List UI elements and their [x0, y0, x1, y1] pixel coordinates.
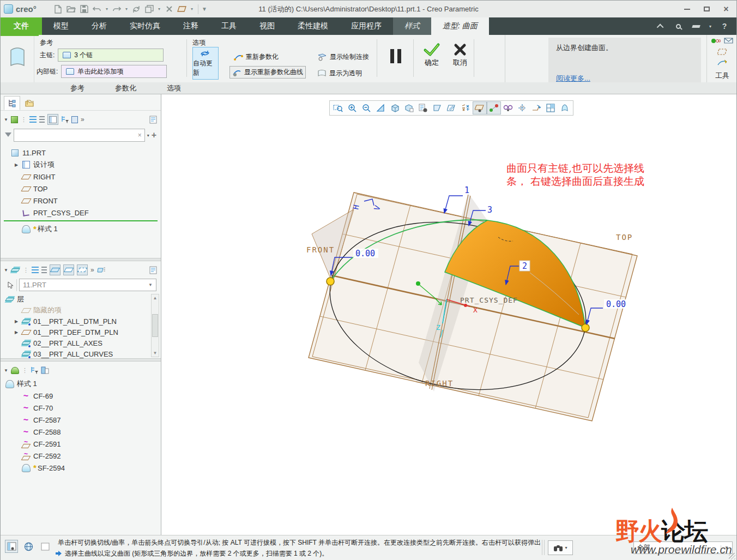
- pause-button[interactable]: [383, 44, 408, 69]
- undo-dropdown[interactable]: ▾: [104, 3, 110, 15]
- tree-clipboard-icon[interactable]: [71, 114, 78, 125]
- learning-dropdown[interactable]: ▾: [709, 24, 711, 29]
- toolbar-overflow[interactable]: ⋮: [22, 367, 28, 374]
- annotation-display-icon[interactable]: [515, 101, 529, 115]
- tree-menu-dropdown[interactable]: ▼: [4, 117, 8, 122]
- layer-tree-scrollbar[interactable]: ▲ ▼: [151, 294, 159, 357]
- scrollbar-thumb[interactable]: [152, 314, 158, 337]
- auto-update-button[interactable]: 自动更新: [192, 47, 219, 80]
- layer-list-icon[interactable]: [97, 264, 106, 275]
- layer-item[interactable]: 隐藏的项: [1, 305, 161, 316]
- curve-endpoint-handle[interactable]: [327, 278, 334, 285]
- selector-dropdown-icon[interactable]: ▼: [148, 282, 153, 287]
- selection-filter-combo[interactable]: 全部 ▼: [633, 541, 733, 554]
- layer-settings-sheet-icon[interactable]: [149, 264, 158, 275]
- folder-browser-tab[interactable]: [21, 96, 38, 110]
- scroll-down-icon[interactable]: ▼: [153, 351, 158, 356]
- style-tree-item[interactable]: CF-2587: [1, 414, 161, 426]
- panel-splitter[interactable]: [1, 258, 161, 261]
- primary-chain-field[interactable]: 3 个链: [58, 49, 164, 62]
- ribbon-tab[interactable]: 分析: [80, 17, 118, 35]
- panel-splitter[interactable]: [1, 358, 161, 362]
- reparametrize-button[interactable]: 重新参数化: [232, 51, 281, 63]
- tab-style[interactable]: 样式: [393, 17, 431, 35]
- new-file-button[interactable]: [52, 3, 64, 15]
- expander-icon[interactable]: ▶: [15, 319, 21, 324]
- dashboard-panel-tab[interactable]: 参考: [55, 82, 100, 94]
- collapse-ribbon-icon[interactable]: [657, 22, 666, 31]
- style-clipboard-icon[interactable]: [41, 365, 49, 376]
- cancel-button[interactable]: 取消: [446, 43, 474, 68]
- minimize-button[interactable]: [680, 4, 694, 15]
- redo-dropdown[interactable]: ▾: [124, 3, 129, 15]
- section-icon[interactable]: [444, 101, 458, 115]
- dashboard-panel-tab[interactable]: 选项: [152, 82, 196, 94]
- find-button[interactable]: ▾: [548, 540, 573, 555]
- model-tree-settings-icon[interactable]: [11, 116, 18, 123]
- navigator-toggle-icon[interactable]: [5, 540, 18, 553]
- toolbar-more[interactable]: »: [90, 266, 94, 274]
- datum-display-button[interactable]: [176, 3, 188, 15]
- close-window-button[interactable]: [163, 3, 175, 15]
- model-tree-item[interactable]: [1, 219, 161, 223]
- maximize-button[interactable]: [699, 4, 714, 15]
- model-tree-item[interactable]: TOP: [1, 183, 161, 195]
- learning-icon[interactable]: [692, 22, 700, 31]
- scroll-up-icon[interactable]: ▲: [153, 296, 158, 300]
- toolbar-more[interactable]: »: [81, 116, 84, 123]
- fullscreen-toggle-icon[interactable]: [39, 540, 52, 553]
- collapse-all-icon[interactable]: [39, 114, 45, 125]
- style-tree-item[interactable]: CF-2588: [1, 426, 161, 438]
- style-tree-item[interactable]: CF-2592: [1, 450, 161, 462]
- layer-root-item[interactable]: 层: [1, 294, 161, 305]
- layer-menu-dropdown[interactable]: ▼: [4, 268, 8, 273]
- layer-model-selector[interactable]: 11.PRT ▼: [19, 279, 156, 291]
- redo-button[interactable]: [111, 3, 123, 15]
- model-tree-tab[interactable]: [4, 96, 20, 110]
- find-dropdown-icon[interactable]: ▾: [565, 545, 567, 550]
- model-tree-item[interactable]: FRONT: [1, 195, 161, 207]
- expander-icon[interactable]: ▶: [15, 330, 21, 335]
- datum-display-filters-icon[interactable]: [458, 101, 473, 115]
- status-lights-icon[interactable]: [711, 38, 721, 44]
- windows-dropdown[interactable]: ▾: [156, 3, 162, 15]
- message-log-icon[interactable]: [724, 37, 734, 45]
- tab-file[interactable]: 文件: [1, 17, 42, 35]
- graphics-area[interactable]: 0.00 0.00 1 3 2 H: [161, 94, 736, 535]
- show-layer-icon[interactable]: [50, 264, 61, 275]
- style-tree-item[interactable]: CF-70: [1, 402, 161, 414]
- expand-all-icon[interactable]: [29, 114, 37, 125]
- view-manager-icon[interactable]: [416, 101, 430, 115]
- show-transparent-button[interactable]: 显示为透明: [315, 68, 364, 79]
- tree-columns-icon[interactable]: [47, 114, 58, 125]
- help-icon[interactable]: ?: [720, 22, 729, 31]
- layer-item[interactable]: ▶ 01__PRT_DEF_DTM_PLN: [1, 327, 161, 338]
- resize-grip[interactable]: [729, 553, 735, 559]
- flip-surface-icon[interactable]: [558, 101, 572, 115]
- add-filter-button[interactable]: +: [152, 130, 156, 140]
- clear-search-icon[interactable]: ×: [138, 131, 142, 139]
- saved-orientations-icon[interactable]: [402, 101, 416, 115]
- model-tree-item[interactable]: PRT_CSYS_DEF: [1, 207, 161, 219]
- customize-qat-dropdown[interactable]: ▼: [202, 3, 207, 15]
- datum-display-dropdown[interactable]: ▾: [189, 3, 195, 15]
- sketch-icon[interactable]: [717, 59, 728, 67]
- ribbon-tab[interactable]: 实时仿真: [118, 17, 172, 35]
- toolbar-overflow[interactable]: ⋮: [23, 267, 29, 274]
- repaint-icon[interactable]: [373, 101, 388, 115]
- tree-search-input[interactable]: ×: [14, 129, 145, 142]
- expand-all-icon[interactable]: [32, 264, 39, 275]
- 3d-scene[interactable]: 0.00 0.00 1 3 2 H: [161, 94, 736, 535]
- display-style-icon[interactable]: [388, 101, 402, 115]
- reorient-icon[interactable]: [529, 101, 543, 115]
- model-tree-item[interactable]: RIGHT: [1, 171, 161, 183]
- ribbon-tab[interactable]: 视图: [248, 17, 286, 35]
- isolate-layer-icon[interactable]: [63, 264, 74, 275]
- regenerate-button[interactable]: [130, 3, 142, 15]
- ribbon-tab[interactable]: 应用程序: [340, 17, 393, 35]
- zoom-in-icon[interactable]: [345, 101, 359, 115]
- open-file-button[interactable]: [65, 3, 77, 15]
- layer-item[interactable]: ▶ 01__PRT_ALL_DTM_PLN: [1, 316, 161, 327]
- undo-button[interactable]: [91, 3, 103, 15]
- selection-filter-dropdown-icon[interactable]: ▼: [721, 545, 729, 550]
